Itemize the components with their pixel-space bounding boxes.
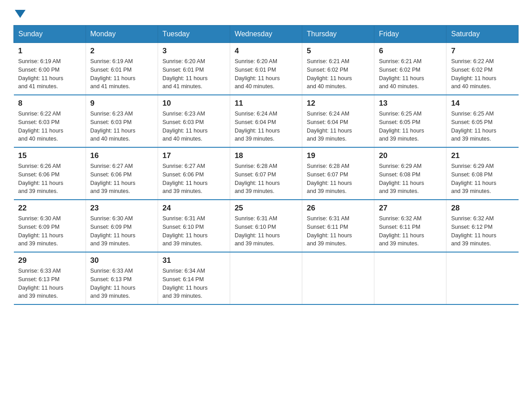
header-monday: Monday bbox=[86, 26, 158, 43]
day-number: 10 bbox=[163, 99, 225, 108]
calendar-cell: 31Sunrise: 6:34 AM Sunset: 6:14 PM Dayli… bbox=[158, 252, 230, 304]
calendar-cell: 20Sunrise: 6:29 AM Sunset: 6:08 PM Dayli… bbox=[374, 147, 446, 200]
day-info: Sunrise: 6:28 AM Sunset: 6:07 PM Dayligh… bbox=[307, 162, 369, 196]
day-number: 24 bbox=[163, 204, 225, 213]
calendar-cell: 4Sunrise: 6:20 AM Sunset: 6:01 PM Daylig… bbox=[230, 43, 302, 95]
day-number: 21 bbox=[451, 151, 514, 160]
header-thursday: Thursday bbox=[302, 26, 374, 43]
day-info: Sunrise: 6:30 AM Sunset: 6:09 PM Dayligh… bbox=[90, 214, 153, 248]
calendar-cell bbox=[230, 252, 302, 304]
header-sunday: Sunday bbox=[14, 26, 86, 43]
day-number: 30 bbox=[90, 256, 153, 265]
day-info: Sunrise: 6:29 AM Sunset: 6:08 PM Dayligh… bbox=[451, 162, 514, 196]
calendar-cell: 19Sunrise: 6:28 AM Sunset: 6:07 PM Dayli… bbox=[302, 147, 374, 200]
day-info: Sunrise: 6:23 AM Sunset: 6:03 PM Dayligh… bbox=[163, 110, 225, 143]
day-number: 3 bbox=[163, 47, 225, 56]
calendar-cell: 9Sunrise: 6:23 AM Sunset: 6:03 PM Daylig… bbox=[86, 95, 158, 147]
day-number: 25 bbox=[235, 204, 297, 213]
calendar-week-row: 8Sunrise: 6:22 AM Sunset: 6:03 PM Daylig… bbox=[14, 95, 519, 147]
day-info: Sunrise: 6:19 AM Sunset: 6:00 PM Dayligh… bbox=[18, 57, 81, 91]
day-info: Sunrise: 6:32 AM Sunset: 6:11 PM Dayligh… bbox=[379, 214, 442, 248]
day-info: Sunrise: 6:24 AM Sunset: 6:04 PM Dayligh… bbox=[235, 110, 297, 143]
day-info: Sunrise: 6:22 AM Sunset: 6:03 PM Dayligh… bbox=[18, 110, 81, 143]
calendar-cell: 27Sunrise: 6:32 AM Sunset: 6:11 PM Dayli… bbox=[374, 200, 446, 252]
day-number: 7 bbox=[451, 47, 514, 56]
calendar-cell: 23Sunrise: 6:30 AM Sunset: 6:09 PM Dayli… bbox=[86, 200, 158, 252]
header-friday: Friday bbox=[374, 26, 446, 43]
day-number: 9 bbox=[90, 99, 153, 108]
logo-triangle-icon bbox=[15, 10, 26, 18]
calendar-cell: 2Sunrise: 6:19 AM Sunset: 6:01 PM Daylig… bbox=[86, 43, 158, 95]
day-number: 15 bbox=[18, 151, 81, 160]
logo bbox=[13, 9, 26, 17]
day-info: Sunrise: 6:20 AM Sunset: 6:01 PM Dayligh… bbox=[235, 57, 297, 91]
calendar-cell: 10Sunrise: 6:23 AM Sunset: 6:03 PM Dayli… bbox=[158, 95, 230, 147]
day-number: 12 bbox=[307, 99, 369, 108]
calendar-cell: 14Sunrise: 6:25 AM Sunset: 6:05 PM Dayli… bbox=[446, 95, 519, 147]
calendar-cell: 1Sunrise: 6:19 AM Sunset: 6:00 PM Daylig… bbox=[14, 43, 86, 95]
day-info: Sunrise: 6:26 AM Sunset: 6:06 PM Dayligh… bbox=[18, 162, 81, 196]
day-info: Sunrise: 6:30 AM Sunset: 6:09 PM Dayligh… bbox=[18, 214, 81, 248]
day-number: 29 bbox=[18, 256, 81, 265]
day-number: 8 bbox=[18, 99, 81, 108]
calendar-cell bbox=[374, 252, 446, 304]
day-info: Sunrise: 6:20 AM Sunset: 6:01 PM Dayligh… bbox=[163, 57, 225, 91]
day-number: 2 bbox=[90, 47, 153, 56]
day-info: Sunrise: 6:31 AM Sunset: 6:11 PM Dayligh… bbox=[307, 214, 369, 248]
day-info: Sunrise: 6:21 AM Sunset: 6:02 PM Dayligh… bbox=[307, 57, 369, 91]
day-number: 6 bbox=[379, 47, 442, 56]
day-info: Sunrise: 6:29 AM Sunset: 6:08 PM Dayligh… bbox=[379, 162, 442, 196]
day-info: Sunrise: 6:27 AM Sunset: 6:06 PM Dayligh… bbox=[163, 162, 225, 196]
calendar-cell: 12Sunrise: 6:24 AM Sunset: 6:04 PM Dayli… bbox=[302, 95, 374, 147]
day-number: 20 bbox=[379, 151, 442, 160]
day-info: Sunrise: 6:28 AM Sunset: 6:07 PM Dayligh… bbox=[235, 162, 297, 196]
calendar-cell: 8Sunrise: 6:22 AM Sunset: 6:03 PM Daylig… bbox=[14, 95, 86, 147]
header-saturday: Saturday bbox=[446, 26, 519, 43]
day-number: 13 bbox=[379, 99, 442, 108]
calendar-cell bbox=[302, 252, 374, 304]
day-number: 5 bbox=[307, 47, 369, 56]
day-info: Sunrise: 6:33 AM Sunset: 6:13 PM Dayligh… bbox=[18, 267, 81, 300]
calendar-cell bbox=[446, 252, 519, 304]
calendar-week-row: 1Sunrise: 6:19 AM Sunset: 6:00 PM Daylig… bbox=[14, 43, 519, 95]
day-info: Sunrise: 6:32 AM Sunset: 6:12 PM Dayligh… bbox=[451, 214, 514, 248]
calendar-week-row: 15Sunrise: 6:26 AM Sunset: 6:06 PM Dayli… bbox=[14, 147, 519, 200]
calendar-cell: 13Sunrise: 6:25 AM Sunset: 6:05 PM Dayli… bbox=[374, 95, 446, 147]
calendar-cell: 18Sunrise: 6:28 AM Sunset: 6:07 PM Dayli… bbox=[230, 147, 302, 200]
header-wednesday: Wednesday bbox=[230, 26, 302, 43]
day-info: Sunrise: 6:22 AM Sunset: 6:02 PM Dayligh… bbox=[451, 57, 514, 91]
calendar-cell: 25Sunrise: 6:31 AM Sunset: 6:10 PM Dayli… bbox=[230, 200, 302, 252]
calendar-cell: 22Sunrise: 6:30 AM Sunset: 6:09 PM Dayli… bbox=[14, 200, 86, 252]
calendar-cell: 17Sunrise: 6:27 AM Sunset: 6:06 PM Dayli… bbox=[158, 147, 230, 200]
day-info: Sunrise: 6:34 AM Sunset: 6:14 PM Dayligh… bbox=[163, 267, 225, 300]
calendar-week-row: 29Sunrise: 6:33 AM Sunset: 6:13 PM Dayli… bbox=[14, 252, 519, 304]
day-info: Sunrise: 6:21 AM Sunset: 6:02 PM Dayligh… bbox=[379, 57, 442, 91]
page-header bbox=[13, 9, 519, 17]
calendar-cell: 6Sunrise: 6:21 AM Sunset: 6:02 PM Daylig… bbox=[374, 43, 446, 95]
calendar-cell: 15Sunrise: 6:26 AM Sunset: 6:06 PM Dayli… bbox=[14, 147, 86, 200]
calendar-header-row: SundayMondayTuesdayWednesdayThursdayFrid… bbox=[14, 26, 519, 43]
day-info: Sunrise: 6:31 AM Sunset: 6:10 PM Dayligh… bbox=[163, 214, 225, 248]
day-number: 4 bbox=[235, 47, 297, 56]
day-info: Sunrise: 6:19 AM Sunset: 6:01 PM Dayligh… bbox=[90, 57, 153, 91]
calendar-cell: 24Sunrise: 6:31 AM Sunset: 6:10 PM Dayli… bbox=[158, 200, 230, 252]
day-number: 31 bbox=[163, 256, 225, 265]
day-info: Sunrise: 6:25 AM Sunset: 6:05 PM Dayligh… bbox=[379, 110, 442, 143]
calendar-cell: 11Sunrise: 6:24 AM Sunset: 6:04 PM Dayli… bbox=[230, 95, 302, 147]
calendar-cell: 7Sunrise: 6:22 AM Sunset: 6:02 PM Daylig… bbox=[446, 43, 519, 95]
day-number: 26 bbox=[307, 204, 369, 213]
day-number: 11 bbox=[235, 99, 297, 108]
day-info: Sunrise: 6:27 AM Sunset: 6:06 PM Dayligh… bbox=[90, 162, 153, 196]
day-info: Sunrise: 6:31 AM Sunset: 6:10 PM Dayligh… bbox=[235, 214, 297, 248]
header-tuesday: Tuesday bbox=[158, 26, 230, 43]
day-info: Sunrise: 6:24 AM Sunset: 6:04 PM Dayligh… bbox=[307, 110, 369, 143]
day-info: Sunrise: 6:33 AM Sunset: 6:13 PM Dayligh… bbox=[90, 267, 153, 300]
day-number: 27 bbox=[379, 204, 442, 213]
day-number: 14 bbox=[451, 99, 514, 108]
calendar-cell: 16Sunrise: 6:27 AM Sunset: 6:06 PM Dayli… bbox=[86, 147, 158, 200]
day-number: 17 bbox=[163, 151, 225, 160]
day-number: 23 bbox=[90, 204, 153, 213]
calendar-week-row: 22Sunrise: 6:30 AM Sunset: 6:09 PM Dayli… bbox=[14, 200, 519, 252]
day-number: 16 bbox=[90, 151, 153, 160]
calendar-cell: 3Sunrise: 6:20 AM Sunset: 6:01 PM Daylig… bbox=[158, 43, 230, 95]
